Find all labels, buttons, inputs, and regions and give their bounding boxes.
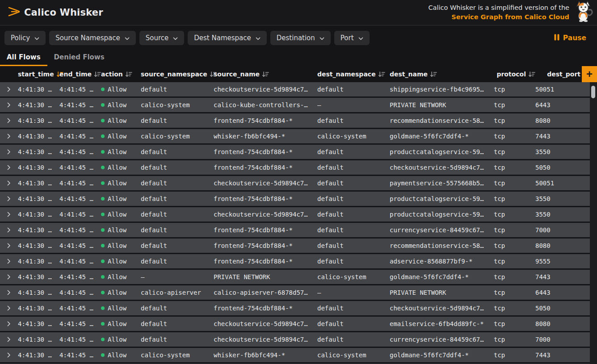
cell-dest_namespace: default [317,195,390,202]
cell-protocol: tcp [494,117,535,124]
cell-source_name: checkoutservice-5d9894c7… [214,86,317,93]
chevron-down-icon [320,34,324,42]
cell-end_time: 4:41:45 … [59,351,101,359]
sort-icon[interactable] [378,71,385,77]
cell-dest_namespace: default [317,305,390,312]
flow-row[interactable]: 4:41:30 …4:41:45 …Allowdefaultcheckoutse… [0,332,590,347]
filter-chip-source-namespace[interactable]: Source Namespace [49,31,136,45]
flows-table: start_timeend_timeactionsource_namespace… [0,66,597,364]
cell-protocol: tcp [494,148,535,155]
row-expand-chevron-icon[interactable] [0,274,18,280]
flow-row[interactable]: 4:41:30 …4:41:45 …Allowdefaultfrontend-7… [0,145,590,159]
sort-icon[interactable] [262,71,269,77]
column-header-dest_name[interactable]: dest_name [390,71,494,78]
flow-row[interactable]: 4:41:30 …4:41:45 …Allowdefaultfrontend-7… [0,238,590,253]
filter-bar: PolicySource NamespaceSourceDest Namespa… [0,25,597,45]
column-label: dest_port [547,71,580,78]
chevron-down-icon [256,34,261,42]
app-title: Calico Whisker [24,7,103,18]
filter-chip-destination[interactable]: Destination [270,31,331,45]
flow-row[interactable]: 4:41:30 …4:41:45 …Allowdefaultfrontend-7… [0,301,590,315]
flow-row[interactable]: 4:41:30 …4:41:45 …Allowdefaultcheckoutse… [0,176,590,190]
cell-source_namespace: default [141,180,214,187]
cell-dest_name: checkoutservice-5d9894c7… [390,164,494,171]
row-expand-chevron-icon[interactable] [0,87,18,92]
flow-row[interactable]: 4:41:30 …4:41:45 …Allowdefaultcheckoutse… [0,82,590,96]
sort-icon[interactable] [126,71,132,77]
tab-denied-flows[interactable]: Denied Flows [47,50,111,66]
row-expand-chevron-icon[interactable] [0,212,18,217]
flow-row[interactable]: 4:41:30 …4:41:45 …Allowdefaultcheckoutse… [0,207,590,222]
cell-dest_namespace: default [317,226,390,234]
filter-chip-source[interactable]: Source [139,31,185,45]
pause-button[interactable]: Pause [554,34,591,42]
cell-dest_name: currencyservice-84459c67… [390,336,494,343]
filter-chip-label: Dest Namespace [194,34,251,42]
column-header-action[interactable]: action [101,71,141,78]
column-header-source_name[interactable]: source_name [214,71,317,78]
column-header-start_time[interactable]: start_time [18,71,59,78]
row-expand-chevron-icon[interactable] [0,243,18,248]
flow-row[interactable]: 4:41:30 …4:41:45 …Allowdefaultfrontend-7… [0,160,590,175]
column-header-protocol[interactable]: protocol [494,71,535,78]
column-header-dest_namespace[interactable]: dest_namespace [317,71,390,78]
add-column-button[interactable]: + [582,66,597,82]
cell-dest_port: 9555 [535,258,590,265]
row-expand-chevron-icon[interactable] [0,134,18,139]
flow-row[interactable]: 4:41:30 …4:41:45 …Allowcalico-apiserverc… [0,285,590,300]
row-expand-chevron-icon[interactable] [0,227,18,233]
action-label: Allow [108,133,126,140]
table-scrollbar-track[interactable] [590,82,597,364]
table-scrollbar-thumb[interactable] [591,86,595,98]
filter-chip-dest-namespace[interactable]: Dest Namespace [188,31,267,45]
cell-start_time: 4:41:30 … [18,305,59,312]
allow-status-dot [101,228,105,232]
cell-protocol: tcp [494,164,535,171]
cell-protocol: tcp [494,336,535,343]
row-expand-chevron-icon[interactable] [0,337,18,342]
row-expand-chevron-icon[interactable] [0,180,18,186]
sort-icon[interactable] [94,71,101,77]
row-expand-chevron-icon[interactable] [0,259,18,264]
flow-row[interactable]: 4:41:30 …4:41:45 …Allowdefaultfrontend-7… [0,223,590,237]
cell-action: Allow [101,351,141,359]
row-expand-chevron-icon[interactable] [0,305,18,311]
flow-row[interactable]: 4:41:30 …4:41:45 …Allowdefaultfrontend-7… [0,113,590,128]
filter-chip-policy[interactable]: Policy [4,31,46,45]
cell-source_name: calico-apiserver-6878d57… [214,289,317,296]
column-header-source_namespace[interactable]: source_namespace [141,71,214,78]
action-label: Allow [108,101,126,109]
cat-mascot-image [574,1,593,24]
row-expand-chevron-icon[interactable] [0,352,18,358]
cell-dest_name: paymentservice-5575668b5… [390,180,494,187]
cell-dest_name: productcatalogservice-59… [390,148,494,155]
flow-row[interactable]: 4:41:30 …4:41:45 …Allowcalico-systemwhis… [0,129,590,143]
cell-end_time: 4:41:45 … [59,289,101,296]
flow-row[interactable]: 4:41:30 …4:41:45 …Allowdefaultfrontend-7… [0,254,590,268]
row-expand-chevron-icon[interactable] [0,118,18,123]
cell-dest_name: PRIVATE NETWORK [390,289,494,296]
flow-row[interactable]: 4:41:30 …4:41:45 …Allowcalico-systemcali… [0,98,590,112]
sort-icon[interactable] [430,71,437,77]
cell-action: Allow [101,86,141,93]
row-expand-chevron-icon[interactable] [0,102,18,108]
cell-source_namespace: calico-system [141,133,214,140]
tab-all-flows[interactable]: All Flows [0,50,47,66]
service-graph-link[interactable]: Service Graph from Calico Cloud [428,13,569,22]
sort-icon[interactable] [529,71,535,77]
flow-row[interactable]: 4:41:30 …4:41:45 …Allowcalico-systemwhis… [0,348,590,362]
row-expand-chevron-icon[interactable] [0,196,18,201]
allow-status-dot [101,134,105,138]
flow-row[interactable]: 4:41:30 …4:41:45 …Allowdefaultcheckoutse… [0,317,590,331]
row-expand-chevron-icon[interactable] [0,321,18,326]
allow-status-dot [101,103,105,107]
row-expand-chevron-icon[interactable] [0,165,18,170]
row-expand-chevron-icon[interactable] [0,290,18,295]
flow-row[interactable]: 4:41:30 …4:41:45 …Allowdefaultfrontend-7… [0,192,590,206]
cell-source_namespace: default [141,226,214,234]
column-header-end_time[interactable]: end_time [59,71,101,78]
cell-start_time: 4:41:30 … [18,320,59,327]
flow-row[interactable]: 4:41:30 …4:41:45 …Allow–PRIVATE NETWORKc… [0,270,590,284]
filter-chip-port[interactable]: Port [334,31,370,45]
row-expand-chevron-icon[interactable] [0,149,18,155]
